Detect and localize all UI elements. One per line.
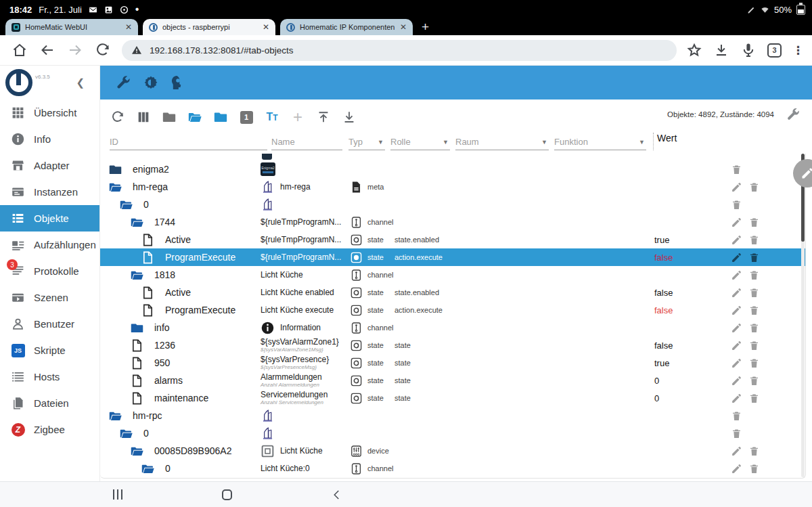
back-button[interactable] <box>39 42 55 58</box>
not-secure-icon[interactable] <box>131 45 142 56</box>
folder-open-icon[interactable] <box>119 426 133 441</box>
delete-trash-button[interactable] <box>748 445 760 457</box>
edit-pencil-button[interactable] <box>731 445 742 457</box>
table-row[interactable]: Active${ruleTmpProgramN...statestate.ena… <box>100 231 805 248</box>
folder-open-icon[interactable] <box>130 444 144 458</box>
folder-closed-icon[interactable] <box>162 110 177 125</box>
table-row[interactable]: 1818Licht Küchechannel <box>100 266 805 284</box>
delete-trash-button[interactable] <box>748 357 760 369</box>
tab-close-icon[interactable]: ✕ <box>263 22 269 32</box>
edit-pencil-button[interactable] <box>731 305 742 316</box>
filter-raum-select[interactable]: Raum▼ <box>455 134 549 150</box>
sidebar-item-szenen[interactable]: Szenen <box>0 284 99 311</box>
tab-close-icon[interactable]: ✕ <box>400 22 407 32</box>
sidebar-item-dateien[interactable]: Dateien <box>0 390 99 416</box>
table-row[interactable]: hm-regahm-regameta <box>100 178 805 196</box>
table-row[interactable]: ProgramExecute${ruleTmpProgramN...statea… <box>100 248 805 266</box>
sidebar-item-zigbee[interactable]: ZZigbee <box>0 416 99 443</box>
delete-trash-button[interactable] <box>748 287 760 299</box>
table-row[interactable]: 1236${sysVarAlarmZone1}${sysVarAlarmZone… <box>100 336 805 354</box>
home-nav-button[interactable] <box>222 489 232 500</box>
folder-open-icon[interactable] <box>187 110 202 125</box>
upload-icon[interactable] <box>316 110 331 125</box>
edit-pencil-button[interactable] <box>731 463 742 475</box>
table-row[interactable]: 0Licht Küche:0channel <box>100 460 805 477</box>
folder-open-icon[interactable] <box>108 180 122 194</box>
reload-button[interactable] <box>95 42 111 58</box>
delete-trash-button[interactable] <box>731 428 742 439</box>
table-row[interactable]: 0 <box>100 424 805 442</box>
folder-icon[interactable] <box>130 321 144 335</box>
delete-trash-button[interactable] <box>748 322 760 334</box>
table-row[interactable]: ProgramExecuteLicht Küche executestateac… <box>100 301 805 319</box>
settings-wrench-button[interactable] <box>785 106 801 123</box>
edit-pencil-button[interactable] <box>731 269 742 281</box>
sidebar-item-info[interactable]: Info <box>0 126 99 152</box>
recents-button[interactable] <box>113 489 122 500</box>
folder-open-icon[interactable] <box>130 268 144 282</box>
filter-id-input[interactable] <box>110 134 267 150</box>
settings-icon[interactable] <box>143 74 159 91</box>
filter-rolle-select[interactable]: Rolle▼ <box>390 134 450 150</box>
delete-trash-button[interactable] <box>748 269 760 281</box>
delete-trash-button[interactable] <box>731 199 742 211</box>
delete-trash-button[interactable] <box>731 410 742 422</box>
home-button[interactable] <box>12 42 28 58</box>
scrollbar-track[interactable] <box>801 154 805 477</box>
sidebar-item-adapter[interactable]: Adapter <box>0 152 99 179</box>
delete-trash-button[interactable] <box>748 393 760 404</box>
edit-pencil-button[interactable] <box>731 287 742 299</box>
edit-pencil-button[interactable] <box>731 375 742 387</box>
download-icon[interactable] <box>342 110 357 125</box>
table-row[interactable]: ActiveLicht Küche enabledstatestate.enab… <box>100 284 805 301</box>
edit-pencil-button[interactable] <box>731 322 742 334</box>
edit-pencil-button[interactable] <box>731 252 742 263</box>
browser-tab-1[interactable]: HomeMatic WebUI✕ <box>5 19 138 35</box>
delete-trash-button[interactable] <box>748 181 760 193</box>
sidebar-item-hosts[interactable]: Hosts <box>0 363 99 390</box>
sidebar-item-protokolle[interactable]: 3Protokolle <box>0 258 99 284</box>
edit-pencil-button[interactable] <box>731 340 742 351</box>
wrench-icon[interactable] <box>115 74 131 91</box>
table-row[interactable]: 1744${ruleTmpProgramN...channel <box>100 213 805 231</box>
edit-pencil-button[interactable] <box>731 393 742 404</box>
tab-switcher-button[interactable]: 3 <box>767 43 782 58</box>
table-row[interactable]: enigma2Enigma2 <box>100 160 805 178</box>
sidebar-collapse-button[interactable]: ❮ <box>76 76 85 89</box>
plus-icon[interactable]: + <box>290 110 305 125</box>
browser-tab-2[interactable]: objects - raspberrypi✕ <box>143 19 275 35</box>
edit-pencil-button[interactable] <box>731 181 742 193</box>
table-row[interactable]: hm-rpc <box>100 407 805 424</box>
delete-trash-button[interactable] <box>731 164 742 175</box>
downloads-button[interactable] <box>713 42 729 58</box>
delete-trash-button[interactable] <box>748 463 760 475</box>
delete-trash-button[interactable] <box>748 340 760 351</box>
table-row[interactable]: infoInformationchannel <box>100 319 805 336</box>
text-sort-icon[interactable]: TT <box>265 110 279 125</box>
tab-close-icon[interactable]: ✕ <box>125 22 132 32</box>
delete-trash-button[interactable] <box>748 234 760 246</box>
filter-typ-select[interactable]: Typ▼ <box>348 134 385 150</box>
address-bar[interactable]: 192.168.178.132:8081/#tab-objects <box>122 40 677 61</box>
sidebar-item-skripte[interactable]: JSSkripte <box>0 337 99 363</box>
delete-trash-button[interactable] <box>748 305 760 316</box>
sidebar-item-objekte[interactable]: Objekte <box>0 205 99 232</box>
bookmark-star-button[interactable] <box>686 42 702 58</box>
table-row[interactable]: 00085D89B906A2Licht Küchedevice <box>100 442 805 460</box>
browser-menu-button[interactable]: ⋮ <box>792 43 804 58</box>
table-row[interactable]: 1state <box>100 477 805 479</box>
folder-open-icon[interactable] <box>108 409 122 423</box>
sidebar-item-benutzer[interactable]: Benutzer <box>0 311 99 337</box>
delete-trash-button[interactable] <box>748 217 760 228</box>
delete-trash-button[interactable] <box>748 252 760 263</box>
folder-icon[interactable] <box>213 110 228 125</box>
sidebar-item-aufzählungen[interactable]: Aufzählungen <box>0 232 99 258</box>
folder-open-icon[interactable] <box>119 198 133 212</box>
expert-badge-icon[interactable]: 1 <box>239 110 254 125</box>
new-tab-button[interactable]: + <box>422 20 429 33</box>
table-row[interactable]: 950${sysVarPresence}${sysVarPresenceMsg}… <box>100 354 805 372</box>
expert-mode-icon[interactable] <box>171 74 187 91</box>
folder-open-icon[interactable] <box>141 462 155 476</box>
columns-icon[interactable] <box>136 110 151 125</box>
table-row[interactable]: maintenanceServicemeldungenAnzahl Servic… <box>100 389 805 407</box>
